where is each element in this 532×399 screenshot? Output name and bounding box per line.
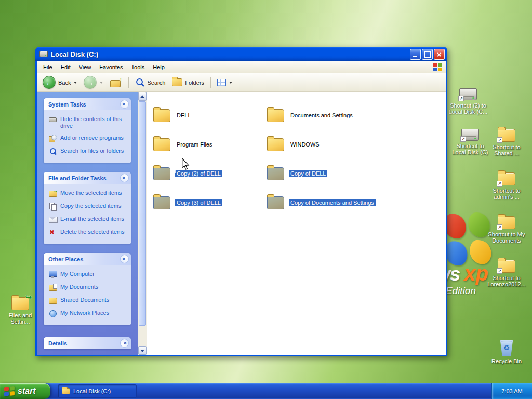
desktop-icon-shortcut-to-shared[interactable]: Shortcut to Shared ... [486,129,527,156]
forward-dropdown-icon[interactable] [100,82,103,84]
search-icon [135,78,144,87]
back-button[interactable]: Back [40,75,79,90]
task-link-docs[interactable]: My Documents [49,284,128,291]
desktop-icon-shortcut-to-lorenzo2012[interactable]: Shortcut to Lorenzo2012... [486,260,527,287]
drive-icon [461,129,479,141]
desktop-icon-label: Shortcut to admin's ... [486,188,527,200]
desktop-icon-shortcut-to-local-disk-c[interactable]: Shortcut to Local Disk (C) [450,129,490,155]
task-label: Local Disk (C:) [73,388,111,394]
up-folder-icon [110,77,122,88]
panel-title: File and Folder Tasks [48,175,107,181]
panel-file-and-folder-tasks: File and Folder TasksMove the selected i… [44,172,131,244]
window-body: FileEditViewFavoritesToolsHelp Back Sear… [37,61,446,355]
desktop-icon-files-and-settings[interactable]: Files and Settin... [3,297,37,325]
desktop-icon-label: Shortcut to My Documents [486,231,527,244]
desktop-icon-label: Shortcut to Local Disk (C) [450,143,490,155]
chevron-up-icon[interactable] [120,100,129,109]
delete-icon [49,229,57,236]
views-button[interactable] [215,78,235,87]
task-link-computer[interactable]: My Computer [49,271,128,278]
drive-icon [49,116,57,124]
back-dropdown-icon[interactable] [74,82,77,84]
file-item[interactable]: Program Files [153,130,267,159]
windows-logo-icon [433,63,442,71]
menu-tools[interactable]: Tools [127,62,149,72]
task-link-copy[interactable]: Copy the selected items [49,203,128,210]
close-button[interactable] [434,49,445,60]
desktop-icon-shortcut-to-my-documents[interactable]: Shortcut to My Documents [486,216,527,244]
menu-view[interactable]: View [75,62,96,72]
folder-icon [267,109,284,122]
desktop-icon-shortcut-to-admins[interactable]: Shortcut to admin's ... [486,172,527,200]
taskbar-button-local-disk[interactable]: Local Disk (C:) [58,384,137,398]
file-item[interactable]: Copy (2) of DELL [153,159,267,188]
task-link-move[interactable]: Move the selected items [49,190,128,197]
panel-header-details[interactable]: Details [44,337,131,349]
file-list: DELLDocuments and SettingsProgram FilesW… [147,92,446,355]
panel-header-system-tasks[interactable]: System Tasks [44,98,131,110]
task-pane-panels: System TasksHide the contents of this dr… [44,98,131,349]
folders-button[interactable]: Folders [169,77,207,87]
search-label: Search [147,79,165,86]
window-controls [410,49,445,60]
computer-icon [49,271,57,278]
file-item[interactable]: Documents and Settings [267,101,446,130]
drive-icon [459,88,477,100]
file-item[interactable]: Copy of Documents and Settings [267,188,446,217]
up-button[interactable] [107,76,125,89]
scroll-track[interactable] [138,326,147,346]
task-link-network[interactable]: My Network Places [49,310,128,317]
menu-help[interactable]: Help [149,62,169,72]
menu-file[interactable]: File [39,62,57,72]
copy-icon [49,203,57,210]
desktop-icon-recycle-bin[interactable]: Recycle Bin [486,339,527,364]
task-pane: System TasksHide the contents of this dr… [37,92,138,355]
start-button[interactable]: start [0,383,50,399]
menu-favorites[interactable]: Favorites [95,62,127,72]
desktop-icon-label: Shortcut (2) to Local Disk (C... [448,102,488,115]
title-bar[interactable]: Local Disk (C:) [35,47,447,61]
file-item[interactable]: WINDOWS [267,130,446,159]
scroll-up-button[interactable] [138,92,147,101]
chevron-up-icon[interactable] [120,174,129,182]
folder-icon [267,167,284,180]
task-label: Shared Documents [60,297,109,303]
panel-header-file-and-folder-tasks[interactable]: File and Folder Tasks [44,172,131,184]
maximize-button[interactable] [422,49,433,60]
task-link-shared[interactable]: Shared Documents [49,297,128,304]
file-item[interactable]: Copy (3) of DELL [153,188,267,217]
back-icon [43,76,56,89]
file-label: Copy of Documents and Settings [289,199,376,206]
task-link-drive[interactable]: Hide the contents of this drive [49,116,128,129]
panel-title: Other Places [48,256,83,262]
menu-bar-items: FileEditViewFavoritesToolsHelp [39,62,433,72]
task-link-mail[interactable]: E-mail the selected items [49,216,128,223]
task-link-programs[interactable]: Add or remove programs [49,135,128,142]
desktop-icon-shortcut-2-to-local-disk-c[interactable]: Shortcut (2) to Local Disk (C... [448,88,488,115]
task-link-search[interactable]: Search for files or folders [49,148,128,155]
network-icon [49,310,57,317]
task-link-delete[interactable]: Delete the selected items [49,229,128,236]
file-item[interactable]: DELL [153,101,267,130]
chevron-down-icon[interactable] [120,339,129,348]
scroll-thumb[interactable] [139,101,146,326]
search-button[interactable]: Search [132,77,168,88]
panel-header-other-places[interactable]: Other Places [44,253,131,265]
menu-edit[interactable]: Edit [57,62,75,72]
desktop-icon-label: Recycle Bin [486,358,527,364]
panel-details: Details [44,337,131,349]
forward-button[interactable] [81,75,105,90]
folder-icon [153,138,170,151]
task-pane-scrollbar[interactable] [138,92,147,355]
folders-icon [172,78,182,86]
system-tray: 7:03 AM [491,383,532,399]
search-icon [49,148,57,155]
views-dropdown-icon[interactable] [229,82,232,84]
chevron-up-icon[interactable] [120,255,129,263]
task-label: E-mail the selected items [60,216,124,222]
toolbar: Back Search Folders [37,73,446,92]
minimize-button[interactable] [410,49,421,60]
file-item[interactable]: Copy of DELL [267,159,446,188]
scroll-down-button[interactable] [138,346,147,355]
folders-label: Folders [185,79,204,86]
